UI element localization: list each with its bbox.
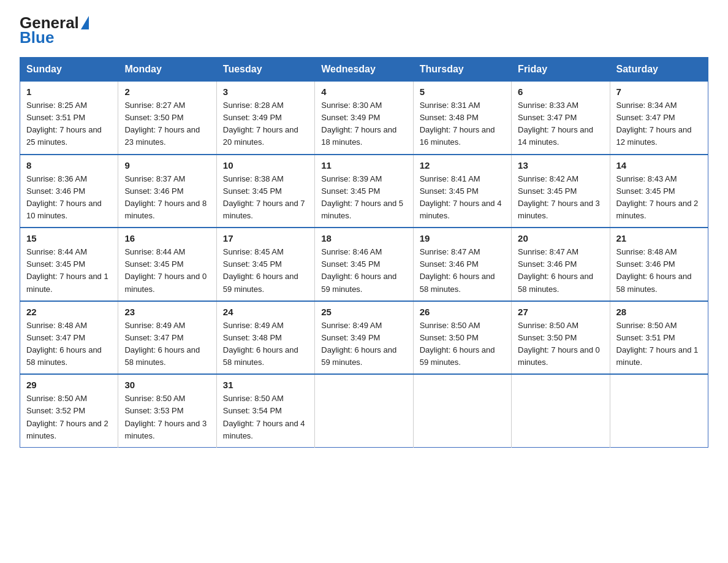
day-number: 21 xyxy=(616,233,702,243)
calendar-cell: 16Sunrise: 8:44 AMSunset: 3:45 PMDayligh… xyxy=(118,228,216,301)
header-thursday: Thursday xyxy=(413,58,511,82)
day-info: Sunrise: 8:44 AMSunset: 3:45 PMDaylight:… xyxy=(26,246,112,296)
header-sunday: Sunday xyxy=(20,58,118,82)
day-info: Sunrise: 8:48 AMSunset: 3:47 PMDaylight:… xyxy=(26,320,112,369)
day-number: 27 xyxy=(518,307,603,317)
calendar-week-3: 15Sunrise: 8:44 AMSunset: 3:45 PMDayligh… xyxy=(20,228,708,301)
day-number: 16 xyxy=(124,233,210,243)
day-number: 1 xyxy=(26,86,112,97)
day-info: Sunrise: 8:49 AMSunset: 3:49 PMDaylight:… xyxy=(321,320,406,369)
day-number: 11 xyxy=(321,160,406,170)
calendar-cell: 15Sunrise: 8:44 AMSunset: 3:45 PMDayligh… xyxy=(20,228,118,301)
day-number: 8 xyxy=(26,160,112,170)
day-number: 30 xyxy=(124,380,210,390)
calendar-cell: 22Sunrise: 8:48 AMSunset: 3:47 PMDayligh… xyxy=(20,301,118,375)
header-friday: Friday xyxy=(512,58,610,82)
day-info: Sunrise: 8:50 AMSunset: 3:50 PMDaylight:… xyxy=(420,320,505,369)
day-info: Sunrise: 8:49 AMSunset: 3:47 PMDaylight:… xyxy=(124,320,210,369)
calendar-cell: 6Sunrise: 8:33 AMSunset: 3:47 PMDaylight… xyxy=(512,82,610,155)
day-number: 28 xyxy=(616,307,702,317)
logo-blue-text: Blue xyxy=(20,28,54,47)
calendar-week-2: 8Sunrise: 8:36 AMSunset: 3:46 PMDaylight… xyxy=(20,155,708,228)
day-number: 20 xyxy=(518,233,603,243)
day-number: 17 xyxy=(223,233,308,243)
calendar-cell: 12Sunrise: 8:41 AMSunset: 3:45 PMDayligh… xyxy=(413,155,511,228)
day-info: Sunrise: 8:50 AMSunset: 3:52 PMDaylight:… xyxy=(26,393,112,442)
day-number: 4 xyxy=(321,86,406,97)
day-number: 14 xyxy=(616,160,702,170)
calendar-cell xyxy=(413,374,511,447)
day-number: 9 xyxy=(124,160,210,170)
day-info: Sunrise: 8:44 AMSunset: 3:45 PMDaylight:… xyxy=(124,246,210,296)
calendar-cell xyxy=(512,374,610,447)
calendar-cell: 26Sunrise: 8:50 AMSunset: 3:50 PMDayligh… xyxy=(413,301,511,375)
calendar-cell: 7Sunrise: 8:34 AMSunset: 3:47 PMDaylight… xyxy=(610,82,708,155)
day-info: Sunrise: 8:31 AMSunset: 3:48 PMDaylight:… xyxy=(420,99,505,149)
day-number: 19 xyxy=(420,233,505,243)
day-number: 12 xyxy=(420,160,505,170)
calendar-cell: 31Sunrise: 8:50 AMSunset: 3:54 PMDayligh… xyxy=(216,374,314,447)
day-info: Sunrise: 8:25 AMSunset: 3:51 PMDaylight:… xyxy=(26,99,112,149)
day-number: 10 xyxy=(223,160,308,170)
day-number: 23 xyxy=(124,307,210,317)
calendar-cell: 29Sunrise: 8:50 AMSunset: 3:52 PMDayligh… xyxy=(20,374,118,447)
day-number: 5 xyxy=(420,86,505,97)
calendar-table: SundayMondayTuesdayWednesdayThursdayFrid… xyxy=(20,57,708,448)
day-number: 3 xyxy=(223,86,308,97)
day-info: Sunrise: 8:30 AMSunset: 3:49 PMDaylight:… xyxy=(321,99,406,149)
day-info: Sunrise: 8:49 AMSunset: 3:48 PMDaylight:… xyxy=(223,320,308,369)
day-info: Sunrise: 8:46 AMSunset: 3:45 PMDaylight:… xyxy=(321,246,406,296)
day-info: Sunrise: 8:27 AMSunset: 3:50 PMDaylight:… xyxy=(124,99,210,149)
calendar-cell: 9Sunrise: 8:37 AMSunset: 3:46 PMDaylight… xyxy=(118,155,216,228)
day-info: Sunrise: 8:34 AMSunset: 3:47 PMDaylight:… xyxy=(616,99,702,149)
page-header: General Blue xyxy=(20,15,708,47)
calendar-cell: 8Sunrise: 8:36 AMSunset: 3:46 PMDaylight… xyxy=(20,155,118,228)
calendar-cell: 13Sunrise: 8:42 AMSunset: 3:45 PMDayligh… xyxy=(512,155,610,228)
day-info: Sunrise: 8:36 AMSunset: 3:46 PMDaylight:… xyxy=(26,173,112,223)
calendar-cell xyxy=(315,374,413,447)
logo: General Blue xyxy=(20,15,90,47)
calendar-cell: 11Sunrise: 8:39 AMSunset: 3:45 PMDayligh… xyxy=(315,155,413,228)
day-info: Sunrise: 8:48 AMSunset: 3:46 PMDaylight:… xyxy=(616,246,702,296)
day-number: 13 xyxy=(518,160,603,170)
day-number: 6 xyxy=(518,86,603,97)
header-monday: Monday xyxy=(118,58,216,82)
logo-triangle-icon xyxy=(81,16,89,29)
header-saturday: Saturday xyxy=(610,58,708,82)
calendar-cell: 14Sunrise: 8:43 AMSunset: 3:45 PMDayligh… xyxy=(610,155,708,228)
day-number: 18 xyxy=(321,233,406,243)
calendar-cell: 2Sunrise: 8:27 AMSunset: 3:50 PMDaylight… xyxy=(118,82,216,155)
calendar-cell: 19Sunrise: 8:47 AMSunset: 3:46 PMDayligh… xyxy=(413,228,511,301)
day-number: 7 xyxy=(616,86,702,97)
calendar-cell: 18Sunrise: 8:46 AMSunset: 3:45 PMDayligh… xyxy=(315,228,413,301)
day-number: 26 xyxy=(420,307,505,317)
day-info: Sunrise: 8:47 AMSunset: 3:46 PMDaylight:… xyxy=(518,246,603,296)
day-info: Sunrise: 8:50 AMSunset: 3:54 PMDaylight:… xyxy=(223,393,308,442)
day-info: Sunrise: 8:37 AMSunset: 3:46 PMDaylight:… xyxy=(124,173,210,223)
calendar-header-row: SundayMondayTuesdayWednesdayThursdayFrid… xyxy=(20,58,708,82)
calendar-week-1: 1Sunrise: 8:25 AMSunset: 3:51 PMDaylight… xyxy=(20,82,708,155)
calendar-cell: 28Sunrise: 8:50 AMSunset: 3:51 PMDayligh… xyxy=(610,301,708,375)
day-info: Sunrise: 8:39 AMSunset: 3:45 PMDaylight:… xyxy=(321,173,406,223)
day-number: 25 xyxy=(321,307,406,317)
day-info: Sunrise: 8:45 AMSunset: 3:45 PMDaylight:… xyxy=(223,246,308,296)
calendar-week-5: 29Sunrise: 8:50 AMSunset: 3:52 PMDayligh… xyxy=(20,374,708,447)
day-number: 24 xyxy=(223,307,308,317)
day-number: 15 xyxy=(26,233,112,243)
day-info: Sunrise: 8:33 AMSunset: 3:47 PMDaylight:… xyxy=(518,99,603,149)
calendar-cell: 24Sunrise: 8:49 AMSunset: 3:48 PMDayligh… xyxy=(216,301,314,375)
day-number: 31 xyxy=(223,380,308,390)
day-info: Sunrise: 8:43 AMSunset: 3:45 PMDaylight:… xyxy=(616,173,702,223)
calendar-cell: 20Sunrise: 8:47 AMSunset: 3:46 PMDayligh… xyxy=(512,228,610,301)
day-number: 2 xyxy=(124,86,210,97)
calendar-cell: 27Sunrise: 8:50 AMSunset: 3:50 PMDayligh… xyxy=(512,301,610,375)
calendar-cell: 5Sunrise: 8:31 AMSunset: 3:48 PMDaylight… xyxy=(413,82,511,155)
day-info: Sunrise: 8:50 AMSunset: 3:53 PMDaylight:… xyxy=(124,393,210,442)
day-number: 22 xyxy=(26,307,112,317)
calendar-cell: 17Sunrise: 8:45 AMSunset: 3:45 PMDayligh… xyxy=(216,228,314,301)
day-info: Sunrise: 8:50 AMSunset: 3:51 PMDaylight:… xyxy=(616,320,702,369)
calendar-cell: 1Sunrise: 8:25 AMSunset: 3:51 PMDaylight… xyxy=(20,82,118,155)
calendar-cell: 23Sunrise: 8:49 AMSunset: 3:47 PMDayligh… xyxy=(118,301,216,375)
calendar-cell: 10Sunrise: 8:38 AMSunset: 3:45 PMDayligh… xyxy=(216,155,314,228)
calendar-cell: 4Sunrise: 8:30 AMSunset: 3:49 PMDaylight… xyxy=(315,82,413,155)
